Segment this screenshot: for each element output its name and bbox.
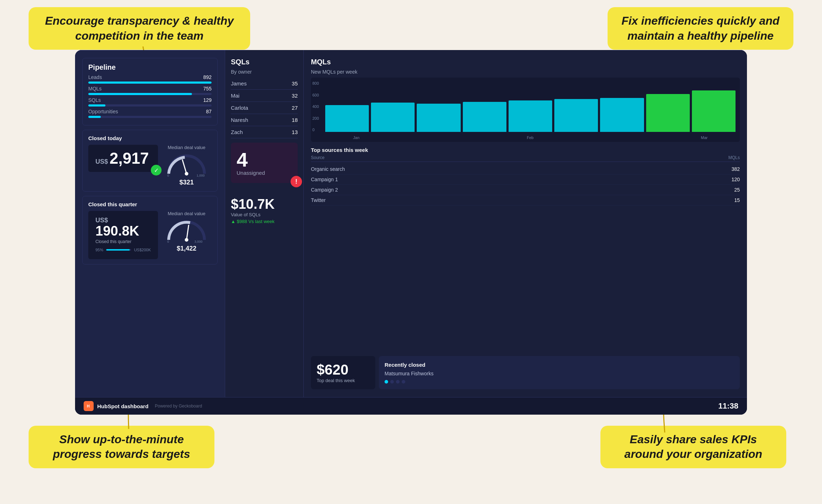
bar-label-sqls: SQLs [88, 97, 101, 103]
chart-bar-5 [509, 100, 552, 132]
chart-bar-9 [692, 90, 736, 132]
footer-logo: H HubSpot dashboard Powered by Geckoboar… [84, 401, 202, 411]
top-deal-value: $620 [317, 362, 370, 378]
sources-title: Top sources this week [311, 147, 740, 153]
mqls-chart-title: New MQLs per week [311, 69, 740, 75]
callout-top-right: Fix inefficiencies quickly and maintain … [608, 7, 793, 50]
chart-bar-3 [417, 104, 460, 132]
svg-text:1,000: 1,000 [197, 174, 205, 177]
sql-row-james: James 35 [231, 78, 298, 90]
unassigned-label: Unassigned [237, 170, 292, 176]
chart-bar-2 [371, 103, 415, 132]
svg-text:H: H [87, 404, 90, 408]
alert-badge: ! [291, 176, 302, 187]
chart-bar-7 [600, 98, 644, 132]
recently-closed-title: Recently closed [385, 362, 734, 368]
closed-quarter-title: Closed this quarter [88, 201, 212, 207]
closed-today-section: Closed today US$ 2,917 ✓ Median deal val… [82, 130, 218, 192]
closed-today-value-card: US$ 2,917 ✓ [88, 145, 158, 172]
recently-closed-card: Recently closed Matsumura Fishworks [379, 356, 740, 389]
recently-closed-name: Matsumura Fishworks [385, 371, 734, 376]
sqls-column: SQLs By owner James 35 Mai 32 Carlota 27… [225, 50, 304, 397]
footer-time: 11:38 [718, 401, 738, 411]
unassigned-count: 4 [237, 150, 292, 170]
progress-target: US$200K [134, 248, 151, 252]
closed-quarter-section: Closed this quarter US$ 190.8K Closed th… [82, 196, 218, 265]
source-row-campaign1: Campaign 1 120 [311, 174, 740, 185]
pipeline-bar-sqls: SQLs 129 [88, 97, 212, 107]
today-gauge-value: $321 [179, 179, 194, 186]
bar-label-mqls: MQLs [88, 86, 101, 92]
dashboard-footer: H HubSpot dashboard Powered by Geckoboar… [75, 397, 747, 415]
pipeline-bar-leads: Leads 892 [88, 74, 212, 84]
mqls-column: MQLs New MQLs per week 800 600 400 200 0 [304, 50, 747, 397]
callout-bottom-right: Easily share sales KPIs around your orga… [600, 426, 786, 468]
quarter-gauge: Median deal value 0 3,000 $1,422 [162, 211, 212, 252]
unassigned-card: 4 Unassigned ! [231, 143, 298, 183]
svg-line-4 [182, 159, 187, 174]
sources-col-source: Source [311, 155, 325, 160]
recently-closed-dots [385, 380, 734, 384]
dot-3 [396, 380, 400, 384]
sqls-big-value: $10.7K [231, 197, 298, 212]
sqls-title: SQLs [231, 58, 298, 66]
sqls-growth: ▲ $988 Vs last week [231, 219, 298, 224]
quarter-gauge-svg: 0 3,000 [165, 218, 208, 243]
bar-label-leads: Leads [88, 74, 102, 80]
pipeline-bar-opps: Opportunities 87 [88, 109, 212, 118]
hubspot-icon: H [84, 401, 94, 411]
top-deal-card: $620 Top deal this week [311, 356, 375, 389]
svg-line-8 [187, 225, 189, 240]
source-row-organic: Organic search 382 [311, 164, 740, 174]
chart-bar-1 [325, 105, 369, 132]
mqls-title: MQLs [311, 58, 740, 66]
dot-1 [385, 380, 388, 384]
chart-bar-6 [554, 99, 598, 132]
bar-fill-leads [88, 81, 212, 84]
dot-2 [390, 380, 394, 384]
bar-value-leads: 892 [203, 74, 212, 80]
sources-section: Top sources this week Source MQLs Organi… [311, 147, 740, 352]
closed-quarter-currency: US$ 190.8K [95, 217, 151, 238]
bar-label-opps: Opportunities [88, 109, 118, 114]
svg-point-9 [185, 238, 188, 242]
progress-pct: 95% [95, 248, 103, 252]
footer-powered: Powered by Geckoboard [155, 404, 202, 409]
bar-value-mqls: 755 [203, 86, 212, 92]
bar-fill-sqls [88, 104, 105, 107]
pipeline-section: Pipeline Leads 892 MQLs 755 [82, 58, 218, 125]
pipeline-title: Pipeline [88, 63, 212, 71]
callout-bottom-left: Show up-to-the-minute progress towards t… [29, 426, 214, 468]
sql-row-naresh: Naresh 18 [231, 114, 298, 126]
sql-row-mai: Mai 32 [231, 90, 298, 102]
closed-quarter-sub: Closed this quarter [95, 239, 151, 244]
sql-row-carlota: Carlota 27 [231, 102, 298, 114]
svg-text:3,000: 3,000 [194, 240, 203, 243]
quarter-gauge-label: Median deal value [168, 211, 206, 216]
chart-x-labels: Jan Feb Mar [325, 135, 736, 140]
svg-text:0: 0 [167, 174, 169, 177]
source-row-campaign2: Campaign 2 25 [311, 185, 740, 195]
today-gauge: Median deal value 0 1,000 $32 [162, 145, 212, 186]
quarter-gauge-value: $1,422 [177, 245, 196, 252]
dashboard: Pipeline Leads 892 MQLs 755 [75, 50, 747, 415]
bar-value-opps: 87 [206, 109, 212, 114]
closed-today-currency: US$ 2,917 [95, 150, 151, 166]
closed-quarter-value-card: US$ 190.8K Closed this quarter 95% US$20… [88, 211, 158, 259]
pipeline-column: Pipeline Leads 892 MQLs 755 [75, 50, 225, 397]
pipeline-bar-mqls: MQLs 755 [88, 86, 212, 95]
sources-col-mqls: MQLs [728, 155, 740, 160]
bar-value-sqls: 129 [203, 97, 212, 103]
bar-fill-opps [88, 116, 101, 118]
chart-bar-4 [463, 102, 506, 132]
sqls-subtitle: By owner [231, 69, 298, 75]
svg-point-5 [185, 172, 188, 176]
closed-today-title: Closed today [88, 135, 212, 141]
chart-bar-8 [646, 94, 690, 132]
mqls-chart: 800 600 400 200 0 [311, 78, 740, 142]
chart-bars [325, 83, 736, 132]
today-gauge-svg: 0 1,000 [165, 152, 208, 177]
top-deal-label: Top deal this week [317, 378, 370, 383]
check-badge: ✓ [151, 165, 162, 176]
bar-fill-mqls [88, 93, 192, 95]
